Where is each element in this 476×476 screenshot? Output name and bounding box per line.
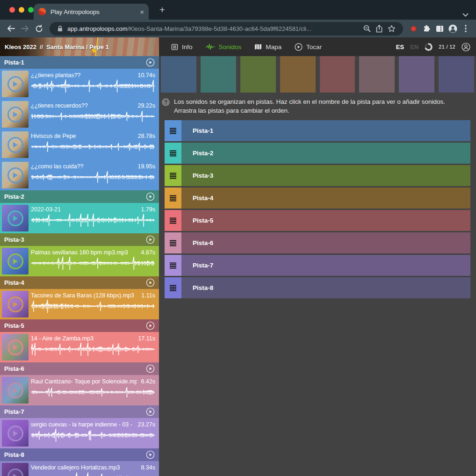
track-play-icon[interactable] — [146, 321, 155, 330]
clip-play-button[interactable] — [7, 253, 23, 269]
clip-waveform[interactable] — [31, 213, 155, 227]
tab-close-icon[interactable]: × — [140, 8, 144, 15]
track-play-icon[interactable] — [146, 407, 155, 416]
drag-handle[interactable] — [165, 120, 181, 141]
audio-clip[interactable]: ¿¿como las cuida??19.95s — [0, 160, 159, 190]
track-name[interactable]: Pista-3 — [4, 236, 146, 243]
share-icon[interactable] — [373, 25, 385, 33]
track-name[interactable]: Pista-4 — [4, 279, 146, 286]
audio-clip[interactable]: Hiviscus de Pepe28.78s — [0, 130, 159, 160]
new-tab-button[interactable]: + — [156, 4, 168, 16]
track-row[interactable]: Pista-8 — [165, 277, 470, 298]
track-play-icon[interactable] — [146, 192, 155, 201]
track-row-bar[interactable]: Pista-1 — [181, 120, 470, 141]
zoom-indicator-icon[interactable] — [361, 25, 373, 32]
track-row[interactable]: Pista-4 — [165, 188, 470, 209]
track-row[interactable]: Pista-5 — [165, 210, 470, 231]
audio-clip[interactable]: 14 - Aire de Zamba.mp317.11s — [0, 332, 159, 362]
drag-handle[interactable] — [165, 210, 181, 231]
nav-item-tocar[interactable]: Tocar — [295, 43, 322, 51]
track-play-icon[interactable] — [146, 235, 155, 244]
forward-button[interactable] — [18, 22, 32, 36]
help-icon[interactable]: ? — [162, 98, 170, 106]
track-header[interactable]: Pista-3 — [0, 233, 159, 246]
track-play-icon[interactable] — [146, 278, 155, 287]
track-row-bar[interactable]: Pista-5 — [181, 210, 470, 231]
audio-clip[interactable]: sergio cuevas - la harpe indienne - 03 -… — [0, 418, 159, 448]
clip-play-button[interactable] — [7, 137, 23, 153]
audio-clip[interactable]: Vendedor callejero Hortalizas.mp38.34s — [0, 461, 159, 476]
audio-clip[interactable]: 2022-03-211.79s — [0, 203, 159, 233]
audio-clip[interactable]: Raul Cantizano- Toque por Solenoide.mp36… — [0, 375, 159, 405]
nav-item-sonidos[interactable]: Sonidos — [206, 43, 242, 50]
track-row-bar[interactable]: Pista-7 — [181, 255, 470, 276]
clip-waveform[interactable] — [31, 79, 155, 93]
back-button[interactable] — [4, 22, 18, 36]
track-name[interactable]: Pista-8 — [4, 451, 146, 458]
track-row[interactable]: Pista-7 — [165, 255, 470, 276]
track-header[interactable]: Pista-7 — [0, 405, 159, 418]
language-en-button[interactable]: EN — [410, 43, 418, 50]
drag-handle[interactable] — [165, 165, 181, 186]
track-header[interactable]: Pista-5 — [0, 319, 159, 332]
clip-waveform[interactable] — [31, 170, 155, 184]
minimize-window-button[interactable] — [19, 7, 24, 13]
clip-play-button[interactable] — [7, 382, 23, 398]
side-panel-icon[interactable] — [433, 22, 446, 36]
drag-handle[interactable] — [165, 232, 181, 253]
browser-menu-icon[interactable] — [459, 22, 472, 36]
track-play-icon[interactable] — [146, 450, 155, 459]
track-row-bar[interactable]: Pista-2 — [181, 143, 470, 164]
audio-clip[interactable]: Palmas sevillanas 160 bpm mp3.mp34.87s — [0, 246, 159, 276]
url-bar[interactable]: app.antropoloops.com /Kleos-Santa-Marina… — [50, 22, 403, 36]
track-name[interactable]: Pista-2 — [4, 193, 146, 200]
drag-handle[interactable] — [165, 277, 181, 298]
account-icon[interactable] — [462, 43, 470, 51]
audio-clip[interactable]: Taconeo de Sara Baras (128 kbps).mp31.11… — [0, 289, 159, 319]
clip-play-button[interactable] — [7, 426, 23, 441]
track-row-bar[interactable]: Pista-6 — [181, 232, 470, 253]
track-row[interactable]: Pista-1 — [165, 120, 470, 141]
nav-item-info[interactable]: Info — [171, 43, 193, 50]
clip-waveform[interactable] — [31, 471, 155, 476]
track-name[interactable]: Pista-7 — [4, 408, 146, 415]
clip-play-button[interactable] — [7, 167, 23, 183]
drag-handle[interactable] — [165, 255, 181, 276]
bookmark-star-icon[interactable] — [385, 25, 397, 32]
clip-waveform[interactable] — [31, 140, 155, 154]
track-play-icon[interactable] — [146, 58, 155, 67]
track-header[interactable]: Pista-1 — [0, 56, 159, 69]
track-row[interactable]: Pista-6 — [165, 232, 470, 253]
audio-clip[interactable]: ¿¿tienes plantas??10.74s — [0, 69, 159, 99]
clip-play-button[interactable] — [7, 210, 23, 226]
clip-waveform[interactable] — [31, 299, 155, 313]
track-name[interactable]: Pista-6 — [4, 365, 146, 372]
language-es-button[interactable]: ES — [396, 43, 404, 50]
drag-handle[interactable] — [165, 188, 181, 209]
track-row[interactable]: Pista-3 — [165, 165, 470, 186]
track-play-icon[interactable] — [146, 364, 155, 373]
clip-play-button[interactable] — [7, 339, 23, 355]
close-window-button[interactable] — [9, 7, 15, 13]
clip-waveform[interactable] — [31, 342, 155, 356]
track-header[interactable]: Pista-8 — [0, 448, 159, 461]
track-header[interactable]: Pista-4 — [0, 276, 159, 289]
tab-search-chevron-icon[interactable] — [462, 10, 469, 19]
nav-item-mapa[interactable]: Mapa — [254, 43, 281, 50]
clip-waveform[interactable] — [31, 109, 155, 123]
recorder-extension-icon[interactable] — [407, 22, 420, 36]
reload-button[interactable] — [32, 22, 46, 36]
clip-waveform[interactable] — [31, 428, 155, 442]
clip-waveform[interactable] — [31, 256, 155, 270]
track-row-bar[interactable]: Pista-4 — [181, 188, 470, 209]
audio-clip[interactable]: ¿¿tienes recuerdos??29.22s — [0, 99, 159, 130]
track-row[interactable]: Pista-2 — [165, 143, 470, 164]
maximize-window-button[interactable] — [28, 7, 34, 13]
browser-profile-avatar[interactable] — [446, 22, 459, 36]
clip-play-button[interactable] — [7, 469, 23, 476]
track-row-bar[interactable]: Pista-3 — [181, 165, 470, 186]
browser-tab[interactable]: Play Antropoloops × — [34, 4, 149, 20]
track-header[interactable]: Pista-2 — [0, 190, 159, 203]
breadcrumb-project[interactable]: Kleos 2022 — [5, 43, 36, 50]
track-row-bar[interactable]: Pista-8 — [181, 277, 470, 298]
